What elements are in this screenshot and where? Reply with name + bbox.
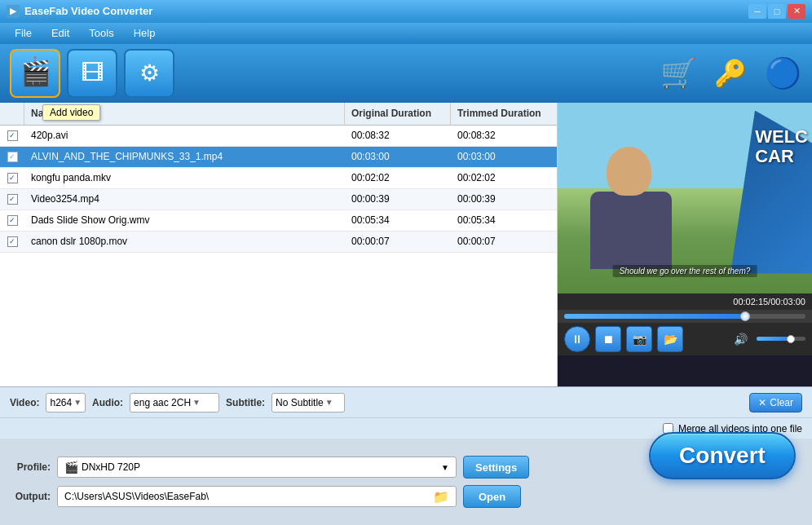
add-arrow-icon: ↑ [33, 52, 38, 65]
row-orig-dur: 00:03:00 [345, 151, 451, 162]
table-row[interactable]: ✓ kongfu panda.mkv 00:02:02 00:02:02 [0, 168, 557, 189]
key-icon[interactable]: 🔑 [711, 54, 750, 93]
shop-icon[interactable]: 🛒 [659, 54, 698, 93]
add-video-tooltip: Add video [42, 104, 100, 121]
row-check[interactable]: ✓ [0, 215, 24, 226]
row-filename: Video3254.mp4 [24, 193, 345, 205]
app-container: ▶ EaseFab Video Converter ─ □ ✕ File Edi… [0, 0, 812, 525]
bottom-bar: Video: h264 ▼ Audio: eng aac 2CH ▼ Subti… [0, 386, 812, 417]
volume-control: 🔊 [727, 326, 805, 352]
right-panel: WELCCAR Should we go over the rest of th… [558, 103, 812, 387]
row-trim-dur: 00:08:32 [451, 130, 557, 141]
clear-icon: ✕ [758, 397, 766, 408]
output-row: Output: C:\Users\ASUS\Videos\EaseFab\ 📁 … [10, 485, 802, 508]
add-video-button[interactable]: ↑ 🎬 [10, 49, 60, 98]
volume-icon[interactable]: 🔊 [727, 326, 753, 352]
convert-icon: 🎞 [81, 60, 104, 86]
row-orig-dur: 00:02:02 [345, 172, 451, 183]
progress-bar[interactable] [558, 310, 812, 323]
profile-dropdown-arrow: ▼ [441, 463, 449, 472]
maximize-button[interactable]: □ [768, 4, 786, 19]
video-subtitle-overlay: Should we go over the rest of them? [613, 265, 757, 277]
row-orig-dur: 00:00:39 [345, 193, 451, 205]
menu-file[interactable]: File [7, 24, 40, 42]
snapshot-button[interactable]: 📷 [626, 326, 652, 352]
row-filename: kongfu panda.mkv [24, 172, 345, 183]
menu-bar: File Edit Tools Help [0, 23, 812, 44]
volume-fill [757, 337, 791, 341]
video-canvas: WELCCAR Should we go over the rest of th… [558, 103, 812, 293]
profile-value: DNxHD 720P [82, 461, 140, 473]
row-filename: Dads Slide Show Orig.wmv [24, 214, 345, 226]
video-dropdown-arrow: ▼ [73, 398, 82, 407]
convert-button-toolbar[interactable]: 🎞 [67, 49, 117, 98]
toolbar-right: 🛒 🔑 🔵 [659, 54, 802, 93]
row-filename: ALVIN_AND_THE_CHIPMUNKS_33_1.mp4 [24, 151, 345, 162]
table-row[interactable]: ✓ ALVIN_AND_THE_CHIPMUNKS_33_1.mp4 00:03… [0, 147, 557, 168]
clear-button[interactable]: ✕ Clear [749, 393, 802, 412]
row-check[interactable]: ✓ [0, 130, 24, 141]
audio-dropdown-value: eng aac 2CH [134, 397, 191, 408]
progress-thumb[interactable] [740, 311, 750, 321]
table-row[interactable]: ✓ canon dslr 1080p.mov 00:00:07 00:00:07 [0, 232, 557, 253]
volume-track[interactable] [757, 337, 805, 341]
table-row[interactable]: ✓ Video3254.mp4 00:00:39 00:00:39 [0, 189, 557, 210]
row-check[interactable]: ✓ [0, 152, 24, 162]
profile-label: Profile: [10, 461, 51, 473]
col-original-duration: Original Duration [345, 103, 451, 125]
settings-button[interactable]: Settings [463, 456, 529, 479]
settings-button-toolbar[interactable]: ⚙ [124, 49, 174, 98]
timecode-text: 00:02:15/00:03:00 [733, 297, 805, 307]
row-orig-dur: 00:05:34 [345, 214, 451, 226]
open-file-button[interactable]: 📂 [657, 326, 683, 352]
menu-help[interactable]: Help [126, 24, 164, 42]
table-row[interactable]: ✓ 420p.avi 00:08:32 00:08:32 [0, 126, 557, 147]
video-dropdown[interactable]: h264 ▼ [46, 393, 86, 412]
title-bar: ▶ EaseFab Video Converter ─ □ ✕ [0, 0, 812, 23]
video-sign: WELCCAR [755, 127, 808, 166]
row-trim-dur: 00:00:07 [451, 236, 557, 247]
row-trim-dur: 00:05:34 [451, 214, 557, 226]
row-trim-dur: 00:03:00 [451, 151, 557, 162]
output-label: Output: [10, 491, 51, 502]
open-button[interactable]: Open [463, 485, 521, 508]
settings-icon: ⚙ [139, 60, 160, 86]
profile-dropdown[interactable]: 🎬 DNxHD 720P ▼ [57, 457, 457, 478]
window-controls: ─ □ ✕ [748, 4, 805, 19]
subtitle-dropdown-value: No Subtitle [276, 397, 324, 408]
file-list-area: Name Original Duration Trimmed Duration … [0, 103, 558, 387]
toolbar: ↑ 🎬 🎞 ⚙ 🛒 🔑 🔵 [0, 44, 812, 103]
video-dropdown-value: h264 [50, 397, 72, 408]
row-check[interactable]: ✓ [0, 194, 24, 205]
playback-controls: ⏸ ⏹ 📷 📂 🔊 [558, 323, 812, 355]
menu-tools[interactable]: Tools [81, 24, 121, 42]
stop-button[interactable]: ⏹ [595, 326, 621, 352]
output-path[interactable]: C:\Users\ASUS\Videos\EaseFab\ 📁 [57, 486, 457, 507]
row-check[interactable]: ✓ [0, 236, 24, 247]
output-path-text: C:\Users\ASUS\Videos\EaseFab\ [64, 491, 209, 502]
progress-track[interactable] [564, 314, 805, 319]
subtitle-label: Subtitle: [226, 397, 265, 408]
close-button[interactable]: ✕ [788, 4, 805, 19]
convert-area: Convert [649, 432, 796, 479]
help-icon[interactable]: 🔵 [763, 54, 802, 93]
video-timecode: 00:02:15/00:03:00 [558, 293, 812, 310]
app-title: EaseFab Video Converter [24, 5, 152, 17]
row-orig-dur: 00:00:07 [345, 236, 451, 247]
pause-button[interactable]: ⏸ [564, 326, 590, 352]
subtitle-dropdown[interactable]: No Subtitle ▼ [271, 393, 345, 412]
menu-edit[interactable]: Edit [43, 24, 77, 42]
progress-fill [564, 314, 745, 319]
audio-dropdown-arrow: ▼ [192, 398, 201, 407]
table-row[interactable]: ✓ Dads Slide Show Orig.wmv 00:05:34 00:0… [0, 210, 557, 232]
audio-dropdown[interactable]: eng aac 2CH ▼ [130, 393, 219, 412]
folder-icon: 📁 [433, 489, 449, 505]
main-content: Name Original Duration Trimmed Duration … [0, 103, 812, 387]
row-check[interactable]: ✓ [0, 173, 24, 183]
row-filename: 420p.avi [24, 130, 345, 141]
video-person [582, 147, 680, 269]
minimize-button[interactable]: ─ [748, 4, 766, 19]
volume-thumb[interactable] [787, 335, 795, 343]
convert-button[interactable]: Convert [649, 432, 796, 479]
col-trimmed-duration: Trimmed Duration [451, 103, 557, 125]
